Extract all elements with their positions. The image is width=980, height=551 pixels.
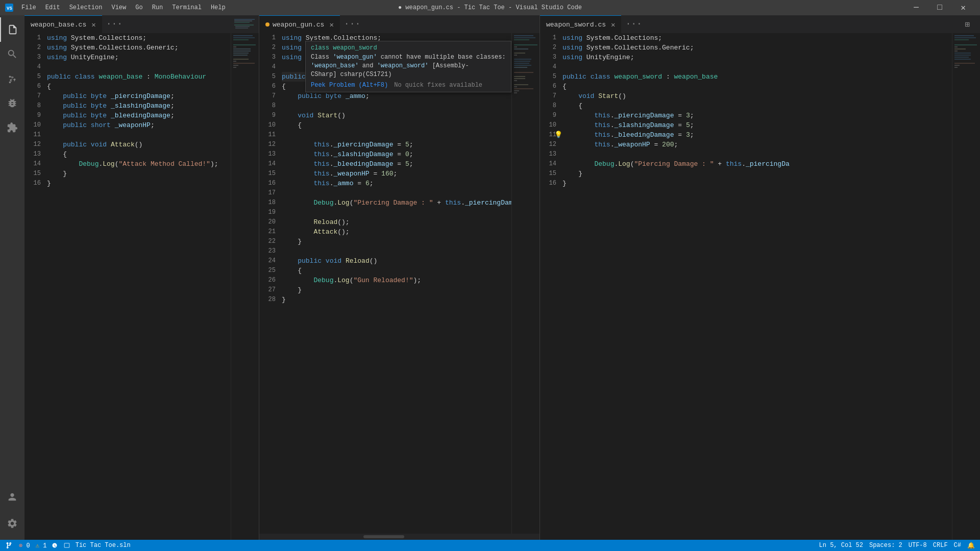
status-errors[interactable]: ⊗ 0 ⚠ 1	[19, 542, 46, 549]
svg-rect-52	[954, 55, 971, 56]
tab-weapon-gun[interactable]: weapon_gun.cs ✕	[259, 15, 340, 33]
peek-problem-link[interactable]: Peek Problem (Alt+F8)	[311, 82, 388, 89]
status-error-count: 0	[26, 542, 30, 549]
menu-terminal[interactable]: Terminal	[168, 3, 206, 12]
code-line: public byte _ammo;	[282, 91, 509, 101]
svg-rect-41	[514, 88, 533, 89]
code-line: this._bleedingDamage = 5;	[282, 159, 509, 169]
lightbulb-icon[interactable]: 💡	[554, 130, 562, 140]
pane2-code-area[interactable]: 1234 5678 9101112 13141516 17181920 2122…	[259, 33, 540, 534]
tab-more-button[interactable]: ···	[102, 15, 127, 33]
tab-weapon-sword[interactable]: weapon_sword.cs ✕	[540, 15, 621, 33]
code-line: {	[562, 82, 950, 91]
pane2-tab-more[interactable]: ···	[340, 15, 364, 33]
pane2-scrollbar[interactable]	[259, 534, 540, 540]
menu-go[interactable]: Go	[131, 3, 146, 12]
menu-view[interactable]: View	[107, 3, 130, 12]
tab-weapon-gun-label: weapon_gun.cs	[273, 21, 324, 29]
code-line: this._weaponHP = 160;	[282, 169, 509, 179]
code-line: Debug.Log("Attack Method Called!");	[47, 159, 229, 169]
svg-rect-56	[954, 65, 960, 66]
extensions-icon[interactable]	[0, 115, 24, 140]
editor-pane-3: weapon_sword.cs ✕ ··· ⊞ 💡 1234 5678 9101…	[540, 15, 980, 540]
status-encoding[interactable]: UTF-8	[909, 542, 927, 549]
activity-bar-bottom	[0, 485, 24, 540]
tab-weapon-sword-close[interactable]: ✕	[611, 20, 615, 29]
status-bar-right: Ln 5, Col 52 Spaces: 2 UTF-8 CRLF C# 🔔	[819, 542, 975, 549]
menu-file[interactable]: File	[17, 3, 40, 12]
menu-selection[interactable]: Selection	[65, 3, 107, 12]
code-line: }	[282, 237, 509, 246]
pane1-code-area[interactable]: 1234 5678 9101112 13141516 using System.…	[24, 33, 259, 540]
code-line: public short _weaponHP;	[47, 120, 229, 130]
svg-rect-42	[514, 90, 519, 91]
status-branch[interactable]	[5, 542, 14, 549]
status-line-ending[interactable]: CRLF	[933, 542, 948, 549]
hover-class-title: class weapon_sword	[311, 44, 506, 52]
editors-container: weapon_base.cs ✕ ···	[24, 15, 980, 540]
split-editor-icon[interactable]: ⊞	[965, 19, 970, 30]
svg-rect-31	[514, 61, 530, 62]
menu-run[interactable]: Run	[148, 3, 167, 12]
main-container: weapon_base.cs ✕ ···	[0, 15, 980, 540]
code-line	[47, 130, 229, 140]
editor-pane-1: weapon_base.cs ✕ ···	[24, 15, 259, 540]
code-line: }	[47, 179, 229, 188]
code-line: {	[282, 266, 509, 276]
pane3-code-area[interactable]: 💡 1234 5678 9101112 13141516 using Syste…	[540, 33, 980, 540]
menu-bar[interactable]: File Edit Selection View Go Run Terminal…	[17, 3, 230, 12]
menu-edit[interactable]: Edit	[41, 3, 64, 12]
code-line: void Start()	[282, 111, 509, 120]
menu-help[interactable]: Help	[207, 3, 230, 12]
svg-rect-36	[514, 76, 525, 77]
status-language[interactable]: C#	[954, 542, 961, 549]
tab-weapon-gun-close[interactable]: ✕	[329, 20, 333, 29]
svg-rect-48	[954, 46, 958, 47]
svg-rect-17	[233, 59, 249, 60]
search-icon[interactable]	[0, 42, 24, 66]
tab-weapon-base[interactable]: weapon_base.cs ✕	[24, 15, 102, 33]
svg-rect-22	[514, 35, 533, 36]
svg-rect-24	[514, 39, 529, 40]
code-line	[47, 62, 229, 72]
svg-rect-19	[233, 63, 255, 64]
pane3-tab-bar: weapon_sword.cs ✕ ··· ⊞	[540, 15, 980, 33]
svg-rect-51	[954, 53, 971, 54]
status-cursor-position[interactable]: Ln 5, Col 52	[819, 542, 863, 549]
status-spaces[interactable]: Spaces: 2	[869, 542, 902, 549]
tab-weapon-base-label: weapon_base.cs	[31, 21, 86, 29]
explorer-icon[interactable]	[0, 17, 24, 42]
svg-rect-21	[233, 67, 236, 68]
error-icon: ⊗	[19, 542, 22, 549]
minimap-thumb-1	[233, 18, 259, 33]
editor-area: weapon_base.cs ✕ ···	[24, 15, 980, 540]
window-controls[interactable]: ─ □ ✕	[904, 0, 975, 15]
settings-icon[interactable]	[0, 511, 24, 536]
code-line: {	[47, 149, 229, 159]
debug-icon[interactable]	[0, 91, 24, 115]
code-line: }	[562, 179, 950, 188]
svg-rect-3	[234, 20, 252, 21]
code-line: this._weaponHP = 200;	[562, 140, 950, 149]
maximize-button[interactable]: □	[928, 0, 951, 15]
pane2-code-content: using System.Collections; using System.C…	[280, 33, 511, 534]
pane3-tab-more[interactable]: ···	[621, 15, 646, 33]
status-sync[interactable]	[52, 542, 59, 549]
svg-rect-28	[514, 53, 525, 54]
code-line: using System.Collections;	[47, 33, 229, 43]
status-solution[interactable]: Tic Tac Toe.sln	[64, 542, 130, 549]
pane1-tab-bar: weapon_base.cs ✕ ···	[24, 15, 259, 33]
pane2-line-numbers: 1234 5678 9101112 13141516 17181920 2122…	[259, 33, 280, 534]
code-line: Attack();	[282, 227, 509, 237]
status-bar-left: ⊗ 0 ⚠ 1 Tic Tac Toe.sln	[5, 542, 131, 549]
svg-rect-16	[233, 55, 248, 56]
account-icon[interactable]	[0, 485, 24, 509]
pane2-minimap	[511, 33, 540, 534]
source-control-icon[interactable]	[0, 66, 24, 91]
tab-weapon-base-close[interactable]: ✕	[91, 20, 95, 29]
minimize-button[interactable]: ─	[904, 0, 928, 15]
close-button[interactable]: ✕	[951, 0, 975, 15]
status-notifications[interactable]: 🔔	[967, 542, 975, 549]
svg-rect-29	[514, 55, 517, 56]
scrollbar-thumb[interactable]	[363, 535, 404, 538]
